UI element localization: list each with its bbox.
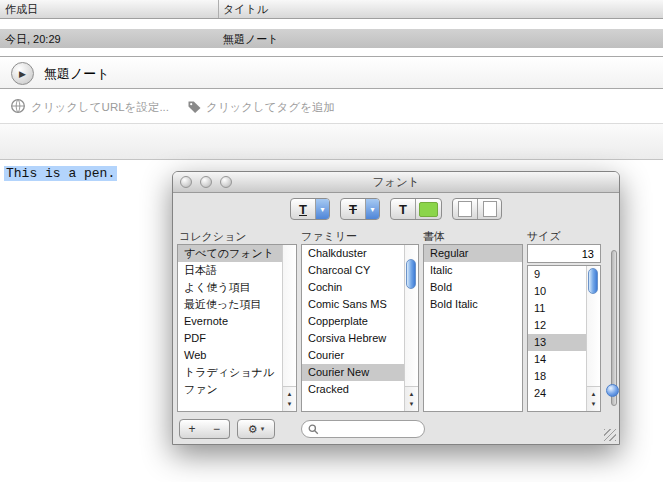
underline-style-button[interactable]: T bbox=[291, 199, 315, 219]
collections-scrollbar[interactable]: ▲ ▼ bbox=[282, 245, 296, 411]
collection-item[interactable]: よく使う項目 bbox=[178, 279, 282, 296]
url-globe-icon bbox=[10, 98, 26, 114]
note-row-title: 無題ノート bbox=[223, 32, 279, 47]
collections-header: コレクション bbox=[179, 229, 247, 244]
size-item[interactable]: 12 bbox=[528, 317, 586, 334]
underline-style-dropdown[interactable]: ▾ bbox=[315, 199, 329, 219]
scroll-down-icon[interactable]: ▼ bbox=[409, 401, 415, 407]
document-color-button[interactable] bbox=[453, 199, 477, 219]
family-item[interactable]: Courier New bbox=[302, 364, 404, 381]
size-item[interactable]: 14 bbox=[528, 351, 586, 368]
size-item[interactable]: 9 bbox=[528, 266, 586, 283]
collection-item[interactable]: Web bbox=[178, 347, 282, 364]
collection-item[interactable]: Evernote bbox=[178, 313, 282, 330]
family-item[interactable]: Copperplate bbox=[302, 313, 404, 330]
collection-item[interactable]: PDF bbox=[178, 330, 282, 347]
scroll-down-icon[interactable]: ▼ bbox=[591, 401, 597, 407]
add-tags-field[interactable]: クリックしてタグを追加 bbox=[206, 100, 335, 115]
strikethrough-style-control: T ▾ bbox=[340, 198, 380, 220]
font-panel: フォント T ▾ T ▾ T コレクション ファミリー 書体 サイズ bbox=[172, 171, 620, 445]
scrollbar-arrows[interactable]: ▲ ▼ bbox=[587, 386, 600, 411]
family-item[interactable]: Cracked bbox=[302, 381, 404, 398]
family-item[interactable]: Courier bbox=[302, 347, 404, 364]
scrollbar-arrows[interactable]: ▲ ▼ bbox=[283, 386, 296, 411]
page-icon bbox=[458, 201, 472, 217]
size-item[interactable]: 11 bbox=[528, 300, 586, 317]
typeface-item[interactable]: Regular bbox=[424, 245, 522, 262]
dropdown-arrow-icon: ▾ bbox=[370, 205, 374, 214]
size-item[interactable]: 10 bbox=[528, 283, 586, 300]
size-item[interactable]: 13 bbox=[528, 334, 586, 351]
text-color-button[interactable]: T bbox=[391, 199, 415, 219]
family-item[interactable]: Charcoal CY bbox=[302, 262, 404, 279]
families-scrollbar[interactable]: ▲ ▼ bbox=[404, 245, 418, 411]
family-item[interactable]: Chalkduster bbox=[302, 245, 404, 262]
font-panel-toolbar: T ▾ T ▾ T bbox=[173, 198, 619, 220]
resize-handle[interactable] bbox=[604, 429, 616, 441]
families-list: Chalkduster Charcoal CY Cochin Comic San… bbox=[301, 244, 419, 412]
set-url-field[interactable]: クリックしてURLを設定... bbox=[31, 100, 169, 115]
note-created-date: 今日, 20:29 bbox=[5, 32, 61, 47]
collection-item[interactable]: 日本語 bbox=[178, 262, 282, 279]
size-slider[interactable] bbox=[607, 250, 619, 406]
scrollbar-thumb[interactable] bbox=[588, 268, 598, 294]
note-list-row[interactable]: 今日, 20:29 無題ノート bbox=[0, 29, 663, 48]
slider-track[interactable] bbox=[611, 250, 617, 406]
typeface-item[interactable]: Bold Italic bbox=[424, 296, 522, 313]
format-toolbar: Courier New 13 B I U bbox=[0, 124, 663, 160]
family-item[interactable]: Comic Sans MS bbox=[302, 296, 404, 313]
collection-item[interactable]: トラディショナル bbox=[178, 364, 282, 381]
add-collection-button[interactable]: + bbox=[179, 419, 205, 439]
scroll-up-icon[interactable]: ▲ bbox=[409, 391, 415, 397]
family-item[interactable]: Corsiva Hebrew bbox=[302, 330, 404, 347]
collections-list: すべてのフォント 日本語 よく使う項目 最近使った項目 Evernote PDF… bbox=[177, 244, 297, 412]
note-play-button[interactable]: ▶ bbox=[11, 62, 34, 85]
font-search-field[interactable] bbox=[301, 420, 425, 438]
slider-thumb[interactable] bbox=[606, 384, 619, 397]
strikethrough-style-button[interactable]: T bbox=[341, 199, 365, 219]
scroll-up-icon[interactable]: ▲ bbox=[591, 391, 597, 397]
scroll-down-icon[interactable]: ▼ bbox=[287, 401, 293, 407]
column-header-title[interactable]: タイトル bbox=[223, 2, 268, 17]
typeface-item[interactable]: Bold bbox=[424, 279, 522, 296]
play-icon: ▶ bbox=[19, 69, 26, 79]
typeface-item[interactable]: Italic bbox=[424, 262, 522, 279]
size-list: 9 10 11 12 13 14 18 24 ▲ ▼ bbox=[527, 265, 601, 412]
remove-collection-button[interactable]: − bbox=[204, 419, 230, 439]
size-item[interactable]: 24 bbox=[528, 385, 586, 402]
typeface-header: 書体 bbox=[423, 229, 445, 244]
note-title-bar: ▶ 無題ノート bbox=[0, 56, 663, 89]
size-header: サイズ bbox=[527, 229, 561, 244]
note-list-header: 作成日 タイトル bbox=[0, 0, 663, 19]
size-input[interactable] bbox=[527, 244, 601, 263]
family-item[interactable]: Cochin bbox=[302, 279, 404, 296]
size-item[interactable]: 18 bbox=[528, 368, 586, 385]
font-panel-titlebar[interactable]: フォント bbox=[173, 172, 619, 193]
size-scrollbar[interactable]: ▲ ▼ bbox=[586, 266, 600, 411]
evernote-window: 作成日 タイトル 今日, 20:29 無題ノート ▶ 無題ノート クリックしてU… bbox=[0, 0, 663, 482]
text-shadow-button[interactable] bbox=[477, 199, 501, 219]
scrollbar-thumb[interactable] bbox=[406, 259, 416, 289]
collection-item[interactable]: ファン bbox=[178, 381, 282, 398]
note-title: 無題ノート bbox=[44, 65, 110, 83]
collection-item[interactable]: すべてのフォント bbox=[178, 245, 282, 262]
column-divider[interactable] bbox=[218, 0, 219, 18]
note-meta-bar: クリックしてURLを設定... クリックしてタグを追加 bbox=[0, 89, 663, 124]
scroll-up-icon[interactable]: ▲ bbox=[287, 391, 293, 397]
selected-text[interactable]: This is a pen. bbox=[4, 166, 117, 181]
dropdown-arrow-icon: ▾ bbox=[261, 425, 265, 433]
search-input[interactable] bbox=[323, 422, 424, 436]
typeface-list: Regular Italic Bold Bold Italic bbox=[423, 244, 523, 412]
document-color-control bbox=[452, 198, 502, 220]
collection-item[interactable]: 最近使った項目 bbox=[178, 296, 282, 313]
strikethrough-T-glyph: T bbox=[349, 202, 357, 217]
underline-T-glyph: T bbox=[299, 202, 307, 217]
text-color-swatch[interactable] bbox=[415, 199, 441, 219]
column-header-created[interactable]: 作成日 bbox=[5, 2, 38, 17]
tag-icon bbox=[187, 100, 202, 114]
color-T-glyph: T bbox=[399, 202, 407, 217]
scrollbar-arrows[interactable]: ▲ ▼ bbox=[405, 386, 418, 411]
action-menu-button[interactable]: ⚙ ▾ bbox=[237, 419, 275, 439]
green-swatch bbox=[419, 202, 438, 217]
strikethrough-style-dropdown[interactable]: ▾ bbox=[365, 199, 379, 219]
